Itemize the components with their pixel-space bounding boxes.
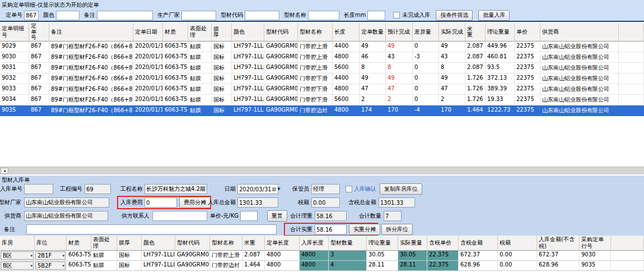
inbound-header-cell[interactable]: 库位 bbox=[35, 236, 67, 251]
chevron-down-icon[interactable]: ▾ bbox=[30, 254, 32, 258]
horizontal-scrollbar[interactable]: ◂ bbox=[0, 167, 644, 174]
date-picker[interactable]: 2020/03/31 ▦ ▼ bbox=[237, 184, 278, 194]
inbound-table-row[interactable]: B区▾5B2F▾6063-T5贴膜国标LH797-1LL0GA90GRM05门带… bbox=[0, 261, 644, 271]
project-name-field[interactable] bbox=[144, 184, 207, 194]
order-header-cell[interactable]: 长度 bbox=[333, 23, 360, 42]
filter-condition-button[interactable]: 按条件筛选 bbox=[436, 10, 473, 21]
order-cell: 贴膜 bbox=[188, 73, 212, 84]
ruku-no-field[interactable] bbox=[24, 184, 53, 194]
order-table-row[interactable]: 903086789#门框型材F26-F40（866+867）2020/01/13… bbox=[0, 52, 644, 63]
filter-input[interactable] bbox=[367, 11, 385, 20]
filter-input[interactable] bbox=[308, 11, 339, 20]
order-header-cell[interactable]: 差异量 bbox=[413, 23, 439, 42]
order-cell: -4 bbox=[413, 105, 439, 116]
filter-input[interactable] bbox=[56, 11, 80, 20]
order-header-cell[interactable]: 定单号 bbox=[29, 23, 49, 42]
order-header-cell[interactable]: 膜厚 bbox=[212, 23, 232, 42]
keeper-field[interactable] bbox=[311, 184, 340, 194]
inbound-header-cell[interactable]: 实际重量 bbox=[398, 236, 427, 251]
order-table-row[interactable]: 903186789#门框型材F26-F40（866+867）2020/01/13… bbox=[0, 63, 644, 73]
unit-price-field[interactable] bbox=[240, 211, 258, 221]
order-header-cell[interactable]: 型材代码 bbox=[264, 23, 298, 42]
scroll-left-icon[interactable]: ◂ bbox=[1, 168, 8, 174]
inbound-confirm-checkbox[interactable] bbox=[346, 186, 352, 192]
order-cell: 贴膜 bbox=[188, 42, 212, 52]
inbound-header-cell[interactable]: 型材数量 bbox=[329, 236, 367, 251]
order-header-cell[interactable]: 颜色 bbox=[232, 23, 264, 42]
inbound-header-cell[interactable]: 含税金额 bbox=[459, 236, 498, 251]
inbound-header-cell[interactable]: 含税单价 bbox=[427, 236, 459, 251]
inbound-header-cell[interactable]: 理论重量 bbox=[367, 236, 398, 251]
inbound-header-cell[interactable]: 表面处理 bbox=[91, 236, 117, 251]
chevron-down-icon[interactable]: ▼ bbox=[277, 187, 280, 191]
contact-field[interactable] bbox=[152, 211, 207, 221]
filter-input[interactable] bbox=[181, 11, 216, 20]
tax-total-field[interactable] bbox=[379, 197, 415, 208]
inbound-header-cell[interactable]: 税额 bbox=[498, 236, 537, 251]
location-dropdown[interactable]: 2B1F▾ bbox=[35, 251, 66, 260]
order-table-row[interactable]: 903586789#门框型材F26-F40（866+867）2020/01/13… bbox=[0, 105, 644, 116]
order-header-cell[interactable]: 单价 bbox=[515, 23, 540, 42]
order-header-cell[interactable]: 材质 bbox=[163, 23, 188, 42]
inbound-header-cell[interactable]: 定单长度 bbox=[265, 236, 300, 251]
remark-field[interactable] bbox=[26, 224, 277, 234]
order-header-cell[interactable]: 实际完成 bbox=[439, 23, 465, 42]
dropdown-value: 5B2F bbox=[38, 263, 62, 269]
real-weight-share-button[interactable]: 实重分摊 bbox=[349, 224, 380, 235]
chevron-down-icon[interactable]: ▾ bbox=[62, 254, 64, 258]
inbound-header-cell[interactable]: 颜色 bbox=[142, 236, 175, 251]
reset-button[interactable]: 重置 bbox=[267, 210, 287, 222]
order-table-row[interactable]: 902986789#门框型材F26-F40（866+867）2020/01/13… bbox=[0, 42, 644, 52]
filter-input[interactable] bbox=[97, 11, 153, 20]
order-header-cell[interactable]: 定单明细号 bbox=[0, 23, 29, 42]
supplier-field[interactable] bbox=[24, 211, 108, 221]
warehouse-dropdown[interactable]: B区▾ bbox=[1, 251, 34, 260]
copy-warehouse-button[interactable]: 复制库房库位 bbox=[380, 183, 422, 195]
inbound-header-cell[interactable]: 膜厚 bbox=[117, 236, 142, 251]
tax-field[interactable] bbox=[311, 197, 340, 208]
real-weight-field[interactable] bbox=[315, 224, 347, 234]
order-header-cell[interactable]: 供货商 bbox=[540, 23, 619, 42]
order-cell: 贴膜 bbox=[188, 52, 212, 63]
location-dropdown[interactable]: 5B2F▾ bbox=[35, 261, 66, 270]
split-location-button[interactable]: 拆分库位 bbox=[381, 224, 413, 235]
project-no-field[interactable] bbox=[85, 184, 111, 194]
order-header-cell[interactable]: 型材名称 bbox=[298, 23, 333, 42]
filter-input[interactable] bbox=[245, 11, 279, 20]
order-header-cell[interactable]: 定单日期 bbox=[133, 23, 163, 42]
inbound-header-cell[interactable]: 型材代码 bbox=[175, 236, 210, 251]
order-header-cell[interactable]: 米重 bbox=[465, 23, 486, 42]
batch-inbound-button[interactable]: 批量入库 bbox=[478, 10, 510, 21]
order-table-row[interactable]: 903386789#门框型材F26-F40（866+867）2020/01/13… bbox=[0, 84, 644, 95]
inbound-cell: 9030 bbox=[580, 251, 611, 261]
inbound-total-field[interactable] bbox=[237, 197, 278, 208]
order-header-cell[interactable]: 预计完成 bbox=[386, 23, 413, 42]
chevron-down-icon[interactable]: ▾ bbox=[62, 264, 64, 268]
unfinished-checkbox[interactable] bbox=[393, 12, 400, 19]
fee-field[interactable] bbox=[144, 197, 177, 208]
theo-weight-field[interactable] bbox=[315, 211, 347, 221]
fee-share-button[interactable]: 费用分摊 bbox=[179, 197, 211, 208]
order-header-cell[interactable]: 表面处理 bbox=[188, 23, 212, 42]
warehouse-dropdown[interactable]: B区▾ bbox=[1, 261, 34, 270]
order-header-cell[interactable]: 定单数量 bbox=[360, 23, 386, 42]
filter-input[interactable] bbox=[24, 11, 39, 20]
order-header-cell[interactable]: 备注 bbox=[49, 23, 133, 42]
order-table-row[interactable]: 903286789#门框型材F26-F40（866+867）2020/01/13… bbox=[0, 73, 644, 84]
inbound-header-cell[interactable]: 采购定单行号 bbox=[580, 236, 611, 251]
order-header-cell[interactable]: 理论重量 bbox=[486, 23, 515, 42]
inbound-header-cell[interactable]: 库房 bbox=[0, 236, 35, 251]
inbound-header-cell[interactable]: 入库长度 bbox=[300, 236, 329, 251]
inbound-header-cell[interactable]: 入库金额(不含税) bbox=[537, 236, 580, 251]
inbound-header-cell[interactable]: 米重 bbox=[242, 236, 265, 251]
order-table-row[interactable]: 903486789#门框型材F26-F40（866+867）2020/01/13… bbox=[0, 95, 644, 105]
inbound-header-cell[interactable]: 材质 bbox=[67, 236, 91, 251]
chevron-down-icon[interactable]: ▾ bbox=[30, 264, 32, 268]
dropdown-value: B区 bbox=[3, 252, 30, 260]
factory-field[interactable] bbox=[24, 197, 109, 208]
calendar-icon[interactable]: ▦ bbox=[272, 186, 277, 192]
total-qty-field[interactable] bbox=[384, 211, 402, 221]
order-cell: 6063-T5 bbox=[163, 52, 188, 63]
inbound-header-cell[interactable]: 型材名称 bbox=[210, 236, 242, 251]
inbound-table-row[interactable]: B区▾2B1F▾6063-T5贴膜国标LH797-1LL0GA90GRM03门带… bbox=[0, 251, 644, 261]
